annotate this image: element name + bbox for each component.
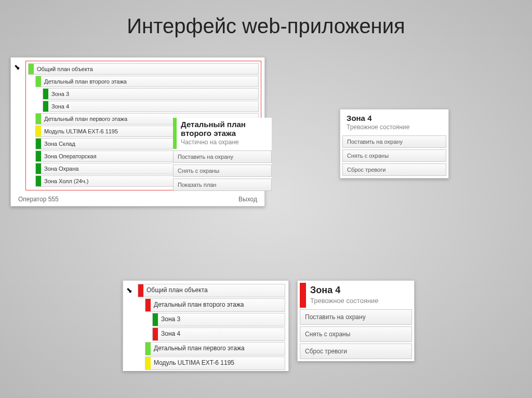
tree-item-label: Зона 4 <box>48 101 258 112</box>
detail-panel-floor2: Детальный план второго этажа Частично на… <box>173 118 272 191</box>
operator-label: Оператор 555 <box>18 196 59 203</box>
tree-item-label: Общий план объекта <box>143 284 285 297</box>
tree-item-label: Общий план объекта <box>34 64 258 74</box>
status-bar-icon <box>36 76 41 87</box>
status-bar-icon <box>43 101 48 112</box>
detail-title: Детальный план второго этажа <box>181 120 268 138</box>
status-bar-icon <box>36 114 41 124</box>
slide-title: Интерфейс web-приложения <box>0 0 532 47</box>
tree-item[interactable]: Детальный план второго этажа <box>145 298 285 312</box>
disarm-button[interactable]: Снять с охраны <box>300 326 412 342</box>
tree-item[interactable]: Зона 3 <box>43 88 259 100</box>
status-bar-icon <box>153 328 158 340</box>
status-bar-icon <box>300 283 306 308</box>
tree-item-label: Детальный план второго этажа <box>41 76 258 87</box>
status-bar-icon <box>173 118 177 149</box>
tree-item-label: Детальный план второго этажа <box>151 299 285 311</box>
status-bar-icon <box>29 64 34 74</box>
status-bar-icon <box>43 89 48 99</box>
zone-title: Зона 4 <box>310 285 379 296</box>
zone4-panel-top: Зона 4 Тревожное состояние Поставить на … <box>340 109 449 179</box>
status-bar-icon <box>36 163 41 174</box>
tree-item[interactable]: Детальный план второго этажа <box>35 76 259 87</box>
tree-item[interactable]: Детальный план первого этажа <box>145 342 285 355</box>
tree-panel-top: ⬊ Общий план объектаДетальный план второ… <box>10 57 265 207</box>
status-bar-icon <box>36 126 41 136</box>
reset-alarm-button[interactable]: Сброс тревоги <box>342 163 446 176</box>
zone-subtitle: Тревожное состояние <box>310 297 379 305</box>
tree-item-label: Детальный план первого этажа <box>151 342 285 355</box>
tree-item[interactable]: Модуль ULTIMA EXT-6 1195 <box>145 356 285 370</box>
tree-item-label: Модуль ULTIMA EXT-6 1195 <box>151 357 285 369</box>
status-bar-icon <box>36 176 41 186</box>
reset-alarm-button[interactable]: Сброс тревоги <box>300 344 412 359</box>
tree-item[interactable]: Общий план объекта <box>138 284 285 297</box>
disarm-button[interactable]: Снять с охраны <box>173 164 272 177</box>
tree-item[interactable]: Общий план объекта <box>28 63 259 75</box>
show-plan-button[interactable]: Показать план <box>173 179 272 191</box>
zone4-panel-bottom: Зона 4 Тревожное состояние Поставить на … <box>297 280 415 361</box>
status-bar-icon <box>36 151 41 161</box>
status-bar-icon <box>145 357 151 369</box>
tree-container: Общий план объектаДетальный план второго… <box>138 284 285 370</box>
disarm-button[interactable]: Снять с охраны <box>342 149 446 162</box>
status-bar-icon <box>153 313 158 326</box>
tree-panel-bottom: ⬊ Общий план объектаДетальный план второ… <box>123 280 289 371</box>
tree-item[interactable]: Зона 4 <box>152 327 285 341</box>
status-bar-icon <box>36 139 41 149</box>
arm-button[interactable]: Поставить на охрану <box>300 309 412 325</box>
tree-item-label: Зона 3 <box>158 313 285 326</box>
detail-subtitle: Частично на охране <box>181 139 268 146</box>
tree-item[interactable]: Зона 3 <box>152 313 285 326</box>
tree-item-label: Зона 3 <box>48 89 258 99</box>
zone-title: Зона 4 <box>347 114 409 122</box>
status-bar-icon <box>138 284 143 297</box>
arm-button[interactable]: Поставить на охрану <box>342 135 446 148</box>
exit-link[interactable]: Выход <box>238 196 257 203</box>
zone-subtitle: Тревожное состояние <box>347 123 409 131</box>
tree-hierarchy-icon: ⬊ <box>14 63 20 71</box>
status-bar-icon <box>145 299 151 311</box>
tree-item[interactable]: Зона 4 <box>43 101 259 112</box>
tree-hierarchy-icon: ⬊ <box>126 286 132 294</box>
arm-button[interactable]: Поставить на охрану <box>173 150 272 163</box>
status-bar-icon <box>145 342 151 355</box>
tree-item-label: Зона 4 <box>158 328 285 340</box>
footer-bar: Оператор 555 Выход <box>14 194 261 205</box>
